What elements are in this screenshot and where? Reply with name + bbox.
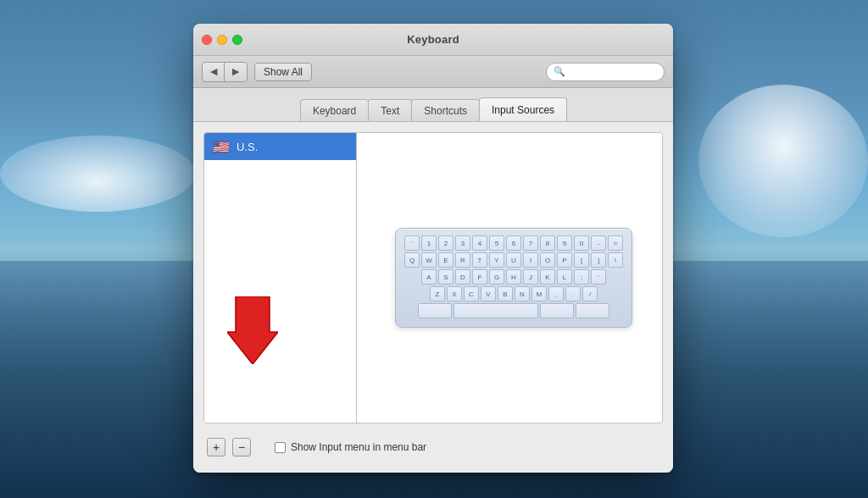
kb-key: 0 [574, 235, 589, 251]
us-flag-icon: 🇺🇸 [213, 139, 230, 155]
kb-key: 3 [455, 235, 470, 251]
minimize-button[interactable] [217, 35, 227, 45]
kb-key: ` [404, 235, 420, 251]
kb-spacebar [453, 303, 538, 318]
kb-key: 4 [472, 235, 487, 251]
kb-key: 5 [489, 235, 504, 251]
content-area: 🇺🇸 U.S. ` 1 2 3 4 5 6 7 8 [193, 122, 673, 473]
kb-key: 7 [523, 235, 538, 251]
kb-key: 2 [438, 235, 453, 251]
remove-input-source-button[interactable]: − [232, 438, 251, 456]
kb-key: F [472, 269, 487, 285]
kb-key: / [582, 286, 598, 302]
kb-key: J [523, 269, 538, 285]
show-input-menu-label: Show Input menu in menu bar [291, 441, 426, 453]
back-button[interactable]: ◀ [203, 63, 225, 81]
kb-key: ' [591, 269, 606, 285]
window-title: Keyboard [407, 33, 459, 46]
kb-key: O [540, 252, 555, 268]
bottom-bar: + − Show Input menu in menu bar [203, 432, 663, 462]
kb-key: 9 [557, 235, 572, 251]
input-source-list: 🇺🇸 U.S. [204, 133, 357, 423]
kb-key: P [557, 252, 572, 268]
kb-key: \ [608, 252, 623, 268]
tab-text[interactable]: Text [368, 99, 412, 121]
kb-key [576, 303, 609, 318]
tab-keyboard[interactable]: Keyboard [300, 99, 369, 121]
search-box[interactable]: 🔍 [546, 63, 665, 81]
kb-key: A [421, 269, 437, 285]
kb-key [418, 303, 452, 318]
kb-key: T [472, 252, 487, 268]
nav-buttons: ◀ ▶ [202, 62, 248, 82]
keyboard-visual: ` 1 2 3 4 5 6 7 8 9 0 - = [395, 228, 632, 328]
kb-key [540, 303, 574, 318]
titlebar: Keyboard [193, 24, 673, 56]
kb-key: B [498, 286, 513, 302]
input-source-us[interactable]: 🇺🇸 U.S. [204, 133, 356, 160]
traffic-lights [202, 35, 242, 45]
kb-key: , [548, 286, 564, 302]
kb-key: L [557, 269, 572, 285]
kb-row-1: ` 1 2 3 4 5 6 7 8 9 0 - = [404, 235, 623, 251]
kb-key: G [489, 269, 504, 285]
show-input-menu-row: Show Input menu in menu bar [275, 441, 426, 453]
kb-key: Q [404, 252, 420, 268]
keyboard-preferences-window: Keyboard ◀ ▶ Show All 🔍 Keyboard Text Sh… [193, 24, 673, 473]
kb-key: Y [489, 252, 504, 268]
close-button[interactable] [202, 35, 212, 45]
kb-key: I [523, 252, 538, 268]
kb-row-2: Q W E R T Y U I O P [ ] \ [404, 252, 623, 268]
kb-key: 1 [421, 235, 437, 251]
kb-key: K [540, 269, 555, 285]
kb-key: . [565, 286, 581, 302]
kb-key: H [506, 269, 521, 285]
forward-button[interactable]: ▶ [225, 63, 247, 81]
add-input-source-button[interactable]: + [207, 438, 225, 456]
kb-key: = [608, 235, 623, 251]
kb-key: [ [574, 252, 589, 268]
kb-key: ; [574, 269, 589, 285]
kb-key: V [481, 286, 496, 302]
kb-key: Z [430, 286, 445, 302]
kb-key: N [515, 286, 530, 302]
search-icon: 🔍 [554, 66, 565, 77]
maximize-button[interactable] [232, 35, 242, 45]
kb-key: S [438, 269, 453, 285]
toolbar: ◀ ▶ Show All 🔍 [193, 56, 673, 88]
kb-key: R [455, 252, 470, 268]
kb-key: - [591, 235, 606, 251]
kb-key: C [464, 286, 479, 302]
kb-row-3: A S D F G H J K L ; ' [404, 269, 623, 285]
kb-key: U [506, 252, 521, 268]
show-input-menu-checkbox[interactable] [275, 442, 286, 453]
pane-area: 🇺🇸 U.S. ` 1 2 3 4 5 6 7 8 [203, 132, 663, 423]
tab-shortcuts[interactable]: Shortcuts [411, 99, 480, 121]
kb-key: M [531, 286, 547, 302]
kb-key: 8 [540, 235, 555, 251]
kb-row-4: Z X C V B N M , . / [404, 286, 623, 302]
kb-key: 6 [506, 235, 521, 251]
tab-bar: Keyboard Text Shortcuts Input Sources [193, 88, 673, 122]
kb-key: E [438, 252, 453, 268]
kb-key: ] [591, 252, 606, 268]
tab-input-sources[interactable]: Input Sources [479, 97, 567, 121]
cloud-right [698, 85, 868, 237]
kb-key: X [447, 286, 462, 302]
kb-key: W [421, 252, 437, 268]
show-all-button[interactable]: Show All [254, 63, 312, 81]
kb-key: D [455, 269, 470, 285]
cloud-left [0, 136, 195, 212]
kb-row-5 [404, 303, 623, 318]
keyboard-preview-panel: ` 1 2 3 4 5 6 7 8 9 0 - = [365, 133, 662, 423]
